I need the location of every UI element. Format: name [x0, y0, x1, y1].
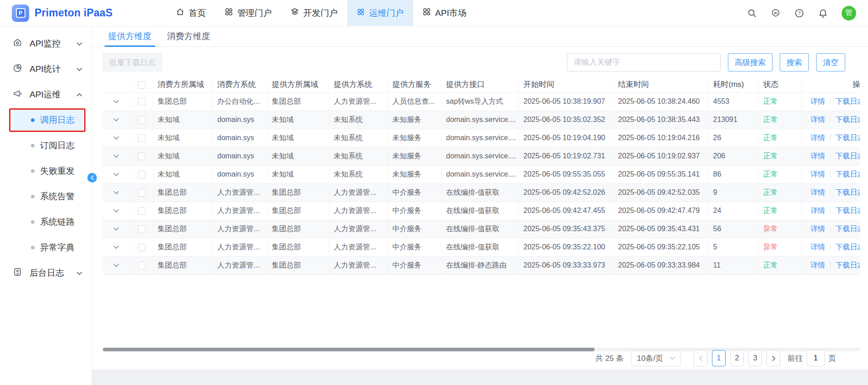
- row-expand-icon[interactable]: [113, 134, 119, 142]
- advanced-search-button[interactable]: 高级搜索: [728, 53, 772, 71]
- goto-page-input[interactable]: [807, 350, 825, 366]
- search-icon[interactable]: [747, 8, 757, 18]
- sidebar-item-api-ops[interactable]: API运维: [0, 82, 91, 107]
- row-expand-icon[interactable]: [113, 116, 119, 123]
- ai-assistant-icon[interactable]: AI: [771, 8, 781, 18]
- cell-actions: 详情下载日志: [801, 92, 860, 111]
- detail-link[interactable]: 详情: [811, 152, 825, 160]
- sidebar-item-system-alerts[interactable]: 系统告警: [0, 184, 91, 209]
- sidebar-item-call-logs[interactable]: 调用日志: [0, 107, 91, 133]
- cell-provider-system: 未知系统: [329, 129, 388, 147]
- sidebar-item-system-trace[interactable]: 系统链路: [0, 209, 91, 235]
- main-area: 提供方维度 消费方维度 批量下载日志 高级搜索 搜索 清空: [92, 26, 868, 385]
- action-divider: [830, 116, 831, 123]
- page-button-3[interactable]: 3: [748, 350, 762, 366]
- page-button-2[interactable]: 2: [730, 350, 744, 366]
- row-expand-icon[interactable]: [113, 152, 119, 160]
- detail-link[interactable]: 详情: [811, 188, 825, 196]
- nav-item-dev-portal[interactable]: 开发门户: [281, 0, 347, 26]
- tab-provider-dimension[interactable]: 提供方维度: [107, 26, 152, 46]
- chevron-right-icon: [772, 355, 776, 361]
- page-size-select[interactable]: 10条/页: [631, 350, 681, 366]
- bullet-dot-icon: [31, 144, 35, 147]
- cell-end-time: 2025-06-05 10:19:02.937: [613, 147, 708, 165]
- row-checkbox[interactable]: [138, 189, 146, 197]
- detail-link[interactable]: 详情: [811, 225, 825, 233]
- clear-button[interactable]: 清空: [816, 53, 845, 71]
- search-button[interactable]: 搜索: [780, 53, 809, 71]
- page-button-1[interactable]: 1: [712, 350, 726, 366]
- row-checkbox[interactable]: [138, 134, 146, 142]
- nav-item-ops-portal[interactable]: 运维门户: [347, 0, 413, 26]
- sidebar-menu: API监控 API统计 API运维 调用日志: [0, 26, 92, 385]
- download-log-link[interactable]: 下载日志: [836, 134, 860, 142]
- next-page-button[interactable]: [767, 350, 780, 366]
- download-log-link[interactable]: 下载日志: [836, 97, 860, 105]
- sidebar-item-subscription-logs[interactable]: 订阅日志: [0, 133, 91, 158]
- status-badge: 正常: [763, 97, 778, 105]
- sidebar-item-failure-resend[interactable]: 失败重发: [0, 158, 91, 184]
- row-expand-icon[interactable]: [113, 243, 119, 251]
- nav-item-api-market[interactable]: API市场: [413, 0, 476, 26]
- user-avatar[interactable]: 管: [842, 6, 856, 20]
- detail-link[interactable]: 详情: [811, 170, 825, 178]
- horizontal-scrollbar-thumb[interactable]: [103, 348, 595, 351]
- table-row: 集团总部人力资源管...集团总部人力资源管...中介服务在线编排-值获取2025…: [103, 183, 860, 202]
- download-log-link[interactable]: 下载日志: [836, 261, 860, 269]
- select-all-checkbox[interactable]: [138, 81, 146, 89]
- download-log-link[interactable]: 下载日志: [836, 243, 860, 251]
- sidebar-item-api-monitor[interactable]: API监控: [0, 31, 91, 56]
- sidebar-item-api-statistics[interactable]: API统计: [0, 56, 91, 82]
- download-log-link[interactable]: 下载日志: [836, 116, 860, 123]
- row-checkbox[interactable]: [138, 262, 146, 269]
- sidebar-collapse-toggle[interactable]: [87, 173, 97, 182]
- cell-provider-system: 人力资源管...: [329, 183, 388, 202]
- detail-link[interactable]: 详情: [811, 207, 825, 214]
- tab-consumer-dimension[interactable]: 消费方维度: [166, 26, 211, 46]
- prev-page-button[interactable]: [694, 350, 707, 366]
- row-expand-icon[interactable]: [113, 97, 119, 105]
- row-checkbox[interactable]: [138, 243, 146, 251]
- sidebar-item-backend-logs[interactable]: 后台日志: [0, 260, 91, 286]
- cell-start-time: 2025-06-05 09:55:35.055: [519, 165, 613, 183]
- row-checkbox[interactable]: [138, 152, 146, 160]
- row-checkbox[interactable]: [138, 98, 146, 106]
- cell-expander: [103, 111, 130, 129]
- help-icon[interactable]: ?: [794, 8, 804, 18]
- download-log-link[interactable]: 下载日志: [836, 170, 860, 178]
- row-checkbox[interactable]: [138, 225, 146, 233]
- cell-select: [130, 183, 153, 202]
- row-expand-icon[interactable]: [113, 261, 119, 269]
- cell-consumer-domain: 未知域: [153, 147, 212, 165]
- table-row: 未知域domain.sys未知域未知系统未知服务domain.sys.servi…: [103, 129, 860, 147]
- batch-download-button[interactable]: 批量下载日志: [103, 53, 162, 71]
- brand[interactable]: P Primeton iPaaS: [12, 5, 113, 22]
- detail-link[interactable]: 详情: [811, 97, 825, 105]
- row-expand-icon[interactable]: [113, 225, 119, 233]
- sidebar-item-label: API运维: [30, 89, 61, 101]
- row-expand-icon[interactable]: [113, 170, 119, 178]
- detail-link[interactable]: 详情: [811, 116, 825, 123]
- action-divider: [830, 225, 831, 232]
- cell-end-time: 2025-06-05 10:38:24.460: [613, 92, 708, 111]
- row-expand-icon[interactable]: [113, 207, 119, 214]
- download-log-link[interactable]: 下载日志: [836, 152, 860, 160]
- download-log-link[interactable]: 下载日志: [836, 207, 860, 214]
- cell-provider-domain: 集团总部: [267, 220, 329, 238]
- download-log-link[interactable]: 下载日志: [836, 225, 860, 233]
- nav-item-home[interactable]: 首页: [167, 0, 215, 26]
- row-checkbox[interactable]: [138, 207, 146, 215]
- detail-link[interactable]: 详情: [811, 261, 825, 269]
- download-log-link[interactable]: 下载日志: [836, 188, 860, 196]
- row-checkbox[interactable]: [138, 116, 146, 124]
- row-expand-icon[interactable]: [113, 188, 119, 196]
- sidebar-item-exception-dictionary[interactable]: 异常字典: [0, 235, 91, 260]
- nav-item-admin-portal[interactable]: 管理门户: [215, 0, 281, 26]
- action-divider: [830, 262, 831, 268]
- row-checkbox[interactable]: [138, 171, 146, 178]
- detail-link[interactable]: 详情: [811, 243, 825, 251]
- detail-link[interactable]: 详情: [811, 134, 825, 142]
- keyword-search-input[interactable]: [567, 53, 721, 71]
- notification-bell-icon[interactable]: [818, 8, 828, 18]
- cell-consumer-system: 人力资源管...: [212, 220, 267, 238]
